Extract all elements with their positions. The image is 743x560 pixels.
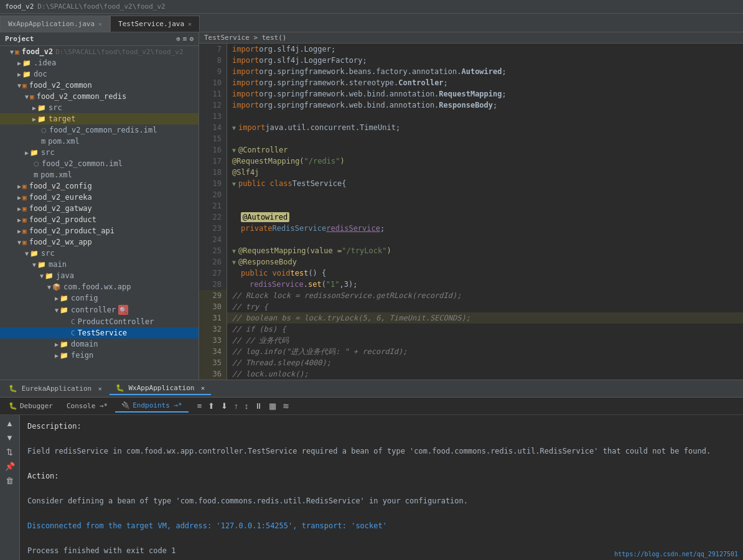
sidebar-item-domain[interactable]: ▶ 📁 domain: [0, 338, 199, 350]
sidebar-item-food-v2[interactable]: ▼ ▣ food_v2 D:\SPACALL\food\food_v2\food…: [0, 46, 199, 57]
xml-icon: m: [41, 137, 45, 146]
debug-btn-stop-frames[interactable]: ≡: [195, 400, 205, 412]
sidebar-item-feign[interactable]: ▶ 📁 feign: [0, 350, 199, 361]
sidebar-item-iml2[interactable]: ⬡ food_v2_common.iml: [0, 158, 199, 169]
console-output[interactable]: Description: Field redisService in com.f…: [20, 415, 743, 560]
debug-btn-step-over[interactable]: ⬇: [218, 400, 230, 412]
project-tree: ▼ ▣ food_v2 D:\SPACALL\food\food_v2\food…: [0, 46, 199, 361]
tab-wxapp-run-close[interactable]: ✕: [201, 385, 205, 391]
sidebar-item-pom2[interactable]: m pom.xml: [0, 169, 199, 180]
debug-btn-up[interactable]: ▲: [3, 418, 16, 429]
sidebar-item-testservice[interactable]: C TestService: [0, 327, 199, 338]
sidebar-item-src3[interactable]: ▼ 📁 src: [0, 248, 199, 259]
sidebar-item-java[interactable]: ▼ 📁 java: [0, 270, 199, 281]
sidebar-item-food-config[interactable]: ▶ ▣ food_v2_config: [0, 180, 199, 192]
sidebar-icon-sync[interactable]: ⊕: [176, 35, 180, 43]
search-icon: 🔍: [118, 305, 128, 315]
sidebar-item-product-controller[interactable]: C ProductController: [0, 316, 199, 327]
debug-btn-resume[interactable]: ⬆: [205, 400, 217, 412]
fold-icon[interactable]: ▼: [232, 259, 236, 266]
module-icon: ▣: [22, 238, 27, 246]
line-num-26: 26: [199, 256, 227, 268]
folder-icon: 📦: [52, 283, 61, 291]
code-line-23: private RedisService redisService;: [227, 223, 743, 234]
sidebar-item-food-common[interactable]: ▼ ▣ food_v2_common: [0, 80, 199, 91]
code-content[interactable]: import org.slf4j.Logger; import org.slf4…: [227, 44, 743, 380]
debug-tab-debugger[interactable]: 🐛 Debugger: [2, 400, 59, 412]
debug-btn-step-into[interactable]: ↑: [231, 400, 241, 412]
debug-btn-sort[interactable]: ⇅: [4, 446, 16, 458]
sidebar-item-food-product[interactable]: ▶ ▣ food_v2_product: [0, 214, 199, 225]
debug-btn-threads[interactable]: ≋: [280, 400, 292, 412]
sidebar-icon-gear[interactable]: ⚙: [189, 35, 194, 43]
sidebar-item-food-product-api[interactable]: ▶ ▣ food_v2_product_api: [0, 225, 199, 236]
fold-icon[interactable]: ▼: [232, 147, 236, 154]
sidebar-item-food-gatway[interactable]: ▶ ▣ food_v2_gatway: [0, 203, 199, 214]
expand-icon: ▶: [17, 194, 21, 201]
sidebar-icon-settings[interactable]: ≡: [183, 35, 187, 43]
fold-icon[interactable]: ▼: [232, 124, 236, 131]
item-label: feign: [71, 351, 93, 360]
tab-eureka-close[interactable]: ✕: [98, 385, 102, 392]
sidebar-item-pom1[interactable]: m pom.xml: [0, 136, 199, 147]
fold-icon[interactable]: ▼: [232, 180, 236, 187]
sidebar-item-package[interactable]: ▼ 📦 com.food.wx.app: [0, 281, 199, 292]
debug-tabs: 🐛 Debugger Console →* 🔌 Endpoints →* ≡ ⬆…: [0, 398, 743, 415]
sidebar-item-main[interactable]: ▼ 📁 main: [0, 259, 199, 270]
module-icon: ▣: [30, 93, 34, 101]
debug-btn-evaluate[interactable]: ⏸: [252, 400, 265, 412]
folder-icon: 📁: [30, 149, 39, 157]
sidebar-item-src2[interactable]: ▶ 📁 src: [0, 147, 199, 158]
sidebar-item-food-wx-app[interactable]: ▼ ▣ food_v2_wx_app: [0, 236, 199, 248]
tab-eureka[interactable]: 🐛 EurekaApplication ✕: [2, 383, 108, 394]
line-num-25: 25: [199, 245, 227, 256]
sidebar-item-controller[interactable]: ▼ 📁 controller 🔍: [0, 304, 199, 316]
sidebar-item-doc[interactable]: ▶ 📁 doc: [0, 68, 199, 80]
code-area[interactable]: 7 8 9 10 11 12 13 14 15 16 17 18 19 20 2…: [199, 44, 743, 380]
debug-btn-trash[interactable]: 🗑: [3, 475, 16, 487]
debug-btn-frames[interactable]: ▦: [266, 400, 279, 412]
tab-bar: WxAppApplication.java ✕ TestService.java…: [0, 14, 743, 32]
code-line-20: [227, 189, 743, 200]
item-label: food_v2_common_redis.iml: [49, 126, 157, 134]
sidebar-project-label: Project: [5, 35, 34, 43]
console-line-blank4: [27, 507, 736, 520]
code-line-7: import org.slf4j.Logger;: [227, 44, 743, 55]
module-icon: ▣: [22, 194, 27, 202]
fold-icon[interactable]: ▼: [232, 248, 236, 254]
console-line-blank2: [27, 457, 736, 470]
debug-tab-endpoints[interactable]: 🔌 Endpoints →*: [115, 399, 188, 413]
tab-wxapp-run[interactable]: 🐛 WxAppApplication ✕: [110, 382, 211, 395]
code-line-26: ▼ @ResponseBody: [227, 256, 743, 268]
class-icon: C: [71, 318, 75, 326]
item-label: food_v2_common_redis: [37, 92, 127, 101]
folder-icon: 📁: [37, 104, 46, 112]
line-num-20: 20: [199, 189, 227, 200]
sidebar: Project ⊕ ≡ ⚙ ▼ ▣ food_v2 D:\SPACALL\foo…: [0, 32, 199, 380]
expand-icon: ▼: [17, 82, 21, 89]
code-line-24: [227, 234, 743, 245]
sidebar-item-target[interactable]: ▶ 📁 target: [0, 113, 199, 124]
debug-btn-step-out[interactable]: ↕: [242, 400, 251, 412]
sidebar-item-iml1[interactable]: ⬡ food_v2_common_redis.iml: [0, 124, 199, 136]
sidebar-item-config[interactable]: ▶ 📁 config: [0, 292, 199, 304]
tab-testservice[interactable]: TestService.java ✕: [110, 16, 200, 32]
sidebar-item-src1[interactable]: ▶ 📁 src: [0, 102, 199, 113]
debug-tab-console-label: Console →*: [67, 402, 108, 410]
sidebar-item-food-eureka[interactable]: ▶ ▣ food_v2_eureka: [0, 192, 199, 203]
folder-icon: 📁: [45, 272, 54, 280]
tab-wxapp[interactable]: WxAppApplication.java ✕: [0, 16, 110, 32]
item-label: src: [49, 103, 62, 112]
tab-wxapp-close[interactable]: ✕: [98, 21, 102, 27]
item-label: src: [41, 249, 55, 258]
sidebar-item-food-common-redis[interactable]: ▼ ▣ food_v2_common_redis: [0, 91, 199, 102]
sidebar-item-idea[interactable]: ▶ 📁 .idea: [0, 57, 199, 68]
code-line-36: // lock.unlock();: [227, 368, 743, 380]
expand-icon: ▼: [55, 307, 58, 314]
debug-btn-down[interactable]: ▼: [3, 432, 16, 444]
debug-btn-pin[interactable]: 📌: [2, 460, 17, 472]
tab-testservice-close[interactable]: ✕: [188, 21, 192, 27]
expand-icon: ▶: [17, 183, 21, 190]
debug-tab-console[interactable]: Console →*: [60, 400, 114, 412]
debug-body: ▲ ▼ ⇅ 📌 🗑 Description: Field redisServic…: [0, 415, 743, 560]
